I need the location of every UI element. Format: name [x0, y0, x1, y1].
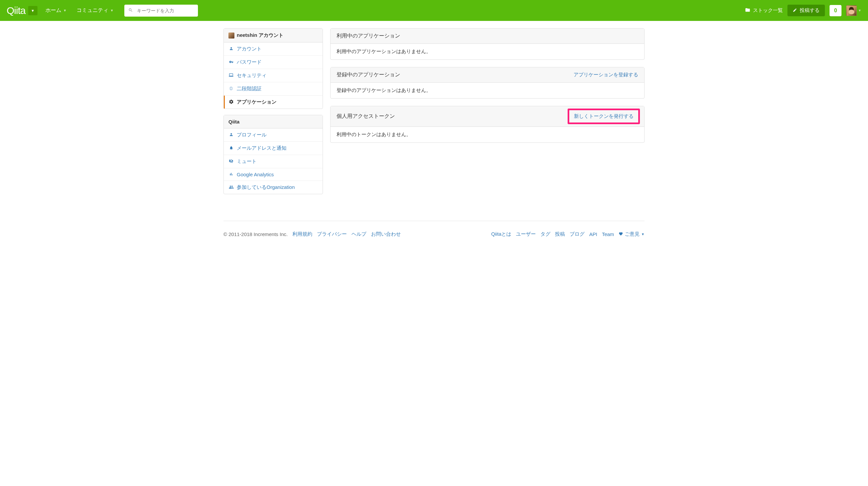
gears-icon	[228, 99, 234, 105]
eye-slash-icon	[228, 159, 234, 164]
new-token-link[interactable]: 新しくトークンを発行する	[574, 113, 633, 119]
sidebar-item-label: アカウント	[237, 46, 261, 52]
header-dropdown-button[interactable]: ▼	[28, 6, 37, 15]
qiita-panel: Qiita プロフィール メールアドレスと通知 ミュート	[223, 115, 323, 194]
sidebar-item-account[interactable]: アカウント	[224, 42, 322, 56]
footer-link-help[interactable]: ヘルプ	[351, 231, 366, 237]
card-title: 個人用アクセストークン	[337, 113, 395, 120]
search-icon	[128, 8, 133, 13]
post-button[interactable]: 投稿する	[787, 5, 825, 16]
sidebar-item-applications[interactable]: アプリケーション	[224, 95, 322, 109]
nav-home[interactable]: ホーム ▼	[45, 7, 67, 14]
sidebar-item-2fa[interactable]: 二段階認証	[224, 82, 322, 95]
account-panel: neetshin アカウント アカウント パスワード セキュリティ	[223, 28, 323, 109]
sidebar-item-password[interactable]: パスワード	[224, 56, 322, 69]
card-apps-in-use: 利用中のアプリケーション 利用中のアプリケーションはありません。	[330, 28, 645, 60]
caret-down-icon: ▼	[31, 9, 34, 12]
users-icon	[228, 184, 234, 191]
user-menu[interactable]: ▼	[846, 5, 861, 16]
card-header: 登録中のアプリケーション アプリケーションを登録する	[331, 67, 644, 83]
nav-community-label: コミュニティ	[76, 7, 108, 14]
sidebar-item-label: Google Analytics	[237, 172, 274, 177]
caret-down-icon: ▼	[63, 9, 67, 12]
sidebar-item-security[interactable]: セキュリティ	[224, 69, 322, 82]
header-right: ストック一覧 投稿する 0 ▼	[745, 5, 861, 16]
card-header: 個人用アクセストークン 新しくトークンを発行する	[331, 106, 644, 127]
sidebar-item-mute[interactable]: ミュート	[224, 155, 322, 168]
folder-icon	[745, 7, 750, 13]
sidebar-item-analytics[interactable]: Google Analytics	[224, 168, 322, 181]
footer-right: Qiitaとは ユーザー タグ 投稿 ブログ API Team ご意見 ▼	[491, 231, 645, 237]
header: Qiita ▼ ホーム ▼ コミュニティ ▼ ストック一覧 投稿する	[0, 0, 868, 21]
pencil-icon	[793, 8, 797, 13]
footer-link-blog[interactable]: ブログ	[569, 231, 585, 237]
sidebar-item-email[interactable]: メールアドレスと通知	[224, 142, 322, 155]
user-icon	[228, 47, 234, 52]
key-icon	[228, 60, 234, 65]
footer-link-contact[interactable]: お問い合わせ	[371, 231, 401, 237]
caret-down-icon: ▼	[858, 9, 861, 12]
container: neetshin アカウント アカウント パスワード セキュリティ	[223, 21, 645, 207]
mobile-icon	[228, 86, 234, 92]
footer-link-privacy[interactable]: プライバシー	[317, 231, 347, 237]
footer-content: © 2011-2018 Increments Inc. 利用規約 プライバシー …	[223, 221, 645, 247]
footer-link-terms[interactable]: 利用規約	[292, 231, 312, 237]
card-registered-apps: 登録中のアプリケーション アプリケーションを登録する 登録中のアプリケーションは…	[330, 67, 645, 98]
footer-left: © 2011-2018 Increments Inc. 利用規約 プライバシー …	[223, 231, 401, 237]
card-title: 利用中のアプリケーション	[337, 32, 400, 39]
sidebar-item-profile[interactable]: プロフィール	[224, 128, 322, 142]
sidebar-item-label: ミュート	[237, 159, 257, 165]
caret-down-icon: ▼	[111, 9, 114, 12]
heart-icon	[619, 231, 623, 237]
card-body: 利用中のトークンはありません。	[331, 127, 644, 142]
card-access-tokens: 個人用アクセストークン 新しくトークンを発行する 利用中のトークンはありません。	[330, 106, 645, 143]
sidebar-item-label: プロフィール	[237, 132, 267, 138]
svg-rect-0	[230, 87, 232, 90]
card-title: 登録中のアプリケーション	[337, 72, 400, 78]
notification-badge[interactable]: 0	[830, 5, 841, 16]
logo[interactable]: Qiita	[7, 5, 26, 16]
stock-link-label: ストック一覧	[753, 7, 783, 13]
qiita-panel-header: Qiita	[224, 115, 322, 128]
sidebar-item-organization[interactable]: 参加しているOrganization	[224, 181, 322, 194]
caret-down-icon: ▼	[641, 232, 645, 236]
sidebar: neetshin アカウント アカウント パスワード セキュリティ	[223, 28, 323, 200]
sidebar-item-label: アプリケーション	[237, 99, 277, 105]
footer-link-users[interactable]: ユーザー	[516, 231, 536, 237]
sidebar-item-label: セキュリティ	[237, 73, 267, 79]
footer: © 2011-2018 Increments Inc. 利用規約 プライバシー …	[223, 221, 645, 247]
account-panel-header: neetshin アカウント	[224, 29, 322, 42]
sidebar-item-label: 二段階認証	[237, 86, 261, 92]
footer-link-feedback[interactable]: ご意見 ▼	[619, 231, 645, 237]
card-body: 利用中のアプリケーションはありません。	[331, 44, 644, 59]
nav-community[interactable]: コミュニティ ▼	[76, 7, 114, 14]
stock-link[interactable]: ストック一覧	[745, 7, 783, 13]
footer-link-about[interactable]: Qiitaとは	[491, 231, 511, 237]
sidebar-item-label: メールアドレスと通知	[237, 145, 286, 151]
avatar	[846, 5, 857, 16]
sidebar-item-label: 参加しているOrganization	[237, 184, 295, 191]
card-body: 登録中のアプリケーションはありません。	[331, 83, 644, 98]
footer-link-api[interactable]: API	[589, 231, 597, 237]
footer-link-posts[interactable]: 投稿	[555, 231, 565, 237]
account-panel-title: neetshin アカウント	[237, 32, 283, 38]
main: 利用中のアプリケーション 利用中のアプリケーションはありません。 登録中のアプリ…	[330, 28, 645, 200]
search-input[interactable]	[124, 5, 198, 17]
nav-menu: ホーム ▼ コミュニティ ▼	[45, 7, 114, 14]
laptop-icon	[228, 73, 234, 78]
avatar-small	[228, 32, 235, 38]
feedback-label: ご意見	[625, 231, 640, 237]
bell-icon	[228, 146, 234, 151]
card-header: 利用中のアプリケーション	[331, 29, 644, 44]
search-box	[124, 5, 198, 17]
footer-link-team[interactable]: Team	[602, 231, 614, 237]
chart-icon	[228, 172, 234, 177]
footer-link-tags[interactable]: タグ	[540, 231, 550, 237]
highlight-box: 新しくトークンを発行する	[568, 109, 640, 124]
sidebar-item-label: パスワード	[237, 59, 261, 65]
nav-home-label: ホーム	[45, 7, 61, 14]
post-button-label: 投稿する	[800, 7, 819, 13]
qiita-panel-title: Qiita	[228, 119, 239, 124]
copyright: © 2011-2018 Increments Inc.	[223, 231, 288, 237]
register-app-link[interactable]: アプリケーションを登録する	[574, 72, 638, 78]
